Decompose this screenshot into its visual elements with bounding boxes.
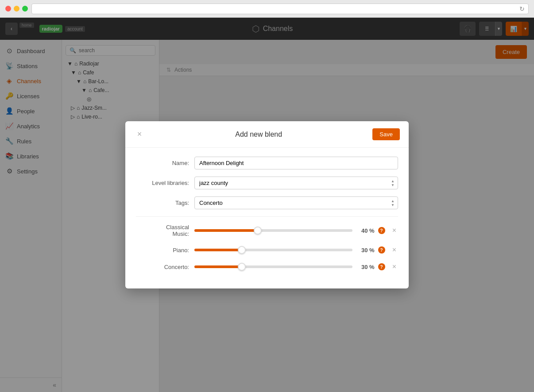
name-label: Name: [136, 160, 189, 166]
name-input[interactable] [194, 157, 398, 169]
piano-slider-info: 30 % ? [361, 246, 385, 254]
classical-music-label: ClassicalMusic: [136, 224, 189, 237]
classical-slider-thumb[interactable] [254, 227, 262, 234]
browser-chrome: ↻ [0, 0, 534, 18]
divider [136, 216, 398, 217]
classical-slider-wrap[interactable] [194, 229, 352, 232]
classical-pct: 40 % [361, 227, 375, 234]
modal-body: Name: Level libraries: jazz county rock … [125, 148, 409, 288]
classical-slider-info: 40 % ? [361, 227, 385, 234]
piano-slider-track [194, 249, 352, 251]
reload-icon[interactable]: ↻ [519, 5, 525, 12]
piano-pct: 30 % [361, 247, 375, 254]
piano-help-icon[interactable]: ? [378, 246, 385, 254]
form-row-tags: Tags: Concerto Jazz Blues ▲▼ [136, 196, 398, 209]
concerto-slider-thumb[interactable] [238, 263, 246, 271]
dot-red[interactable] [5, 6, 11, 12]
classical-slider-track [194, 229, 352, 232]
classical-remove-button[interactable]: × [391, 227, 398, 234]
form-row-level-libraries: Level libraries: jazz county rock pop cl… [136, 177, 398, 189]
level-libraries-label: Level libraries: [136, 180, 189, 186]
concerto-slider-fill [194, 265, 242, 268]
tags-label: Tags: [136, 200, 189, 206]
concerto-slider-wrap[interactable] [194, 265, 352, 268]
dot-green[interactable] [22, 6, 28, 12]
browser-address[interactable]: ↻ [31, 4, 529, 14]
level-libraries-select-wrap: jazz county rock pop classical ▲▼ [194, 177, 398, 189]
modal-overlay[interactable]: × Add new blend Save Name: Level librari… [0, 18, 534, 392]
concerto-label: Concerto: [136, 264, 189, 270]
dot-yellow[interactable] [14, 6, 19, 12]
tags-select[interactable]: Concerto Jazz Blues [194, 196, 398, 209]
modal-close-button[interactable]: × [134, 129, 145, 140]
classical-slider-fill [194, 229, 258, 232]
concerto-slider-info: 30 % ? [361, 263, 385, 270]
concerto-help-icon[interactable]: ? [378, 263, 385, 270]
modal-title: Add new blend [145, 131, 372, 138]
slider-row-classical: ClassicalMusic: 40 % ? × [136, 224, 398, 237]
piano-slider-thumb[interactable] [238, 246, 246, 254]
slider-row-concerto: Concerto: 30 % ? × [136, 263, 398, 271]
concerto-remove-button[interactable]: × [391, 263, 398, 271]
modal: × Add new blend Save Name: Level librari… [125, 121, 409, 288]
piano-slider-wrap[interactable] [194, 249, 352, 251]
piano-slider-fill [194, 249, 242, 251]
modal-header: × Add new blend Save [125, 121, 409, 148]
modal-save-button[interactable]: Save [372, 128, 400, 140]
browser-dots [5, 6, 28, 12]
concerto-slider-track [194, 265, 352, 268]
form-row-name: Name: [136, 157, 398, 169]
slider-row-piano: Piano: 30 % ? × [136, 246, 398, 254]
classical-help-icon[interactable]: ? [378, 227, 385, 234]
piano-remove-button[interactable]: × [391, 246, 398, 254]
level-libraries-select[interactable]: jazz county rock pop classical [194, 177, 398, 189]
piano-label: Piano: [136, 247, 189, 254]
concerto-pct: 30 % [361, 264, 375, 270]
tags-select-wrap: Concerto Jazz Blues ▲▼ [194, 196, 398, 209]
